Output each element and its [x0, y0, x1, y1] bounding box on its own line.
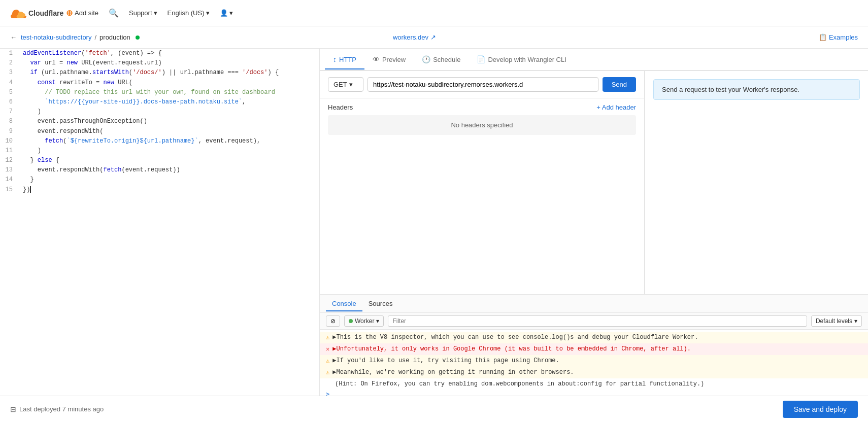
user-chevron: ▾ [229, 9, 233, 17]
status-dot [136, 36, 140, 40]
tab-bar: ↕ HTTP 👁 Preview 🕐 Schedule 📄 Develop wi… [320, 49, 868, 71]
tab-http[interactable]: ↕ HTTP [325, 50, 364, 69]
project-link[interactable]: test-notaku-subdirectory [21, 33, 91, 41]
code-line-6: 6 `https://{{your-site-uid}}.docs-base-p… [0, 97, 319, 107]
breadcrumb-sep: / [94, 33, 96, 41]
code-line-3: 3 if (url.pathname.startsWith('/docs/') … [0, 68, 319, 78]
tab-http-label: HTTP [339, 56, 356, 63]
msg-text-5: (Hint: On Firefox, you can try enabling … [335, 379, 704, 389]
levels-label: Default levels [816, 318, 852, 325]
console-msg-3: ⚠ ▶If you'd like to use it, try visiting… [320, 355, 868, 367]
info-box-panel: Send a request to test your Worker's res… [645, 71, 868, 294]
add-site-label: Add site [75, 9, 98, 17]
worker-dot [349, 319, 353, 323]
language-label: English (US) [168, 9, 205, 17]
code-table: 1 addEventListener('fetch', (event) => {… [0, 49, 319, 195]
nav-actions: ⊕ Add site 🔍 Support ▾ English (US) ▾ 👤 … [66, 8, 233, 18]
tab-schedule[interactable]: 🕐 Schedule [414, 50, 469, 69]
bottom-bar: ⊟ Last deployed 7 minutes ago Save and d… [0, 396, 868, 422]
console-clear-button[interactable]: ⊘ [326, 315, 340, 327]
code-line-14: 14 } [0, 175, 319, 185]
console-toolbar: ⊘ Worker ▾ Default levels ▾ [320, 313, 868, 330]
console-tab-console[interactable]: Console [326, 297, 362, 311]
msg-text-3: ▶If you'd like to use it, try visiting t… [332, 356, 559, 365]
user-button[interactable]: 👤 ▾ [220, 9, 233, 17]
url-input[interactable] [368, 77, 598, 92]
schedule-icon: 🕐 [422, 55, 430, 63]
add-header-button[interactable]: + Add header [596, 103, 636, 111]
no-headers-placeholder: No headers specified [328, 115, 636, 135]
levels-chevron: ▾ [854, 318, 857, 325]
tab-preview[interactable]: 👁 Preview [364, 50, 414, 69]
workers-link[interactable]: workers.dev ↗ [393, 33, 436, 41]
http-main: GET ▾ Send Headers + Add header No heade… [320, 71, 645, 294]
levels-select[interactable]: Default levels ▾ [811, 315, 862, 327]
examples-link[interactable]: 📋 Examples [819, 33, 858, 41]
support-chevron: ▾ [154, 9, 157, 17]
examples-label: Examples [829, 33, 858, 41]
method-value: GET [333, 81, 347, 88]
top-nav: Cloudflare ⊕ Add site 🔍 Support ▾ Englis… [0, 0, 868, 26]
code-line-8: 8 event.passThroughOnException() [0, 117, 319, 126]
right-panel: ↕ HTTP 👁 Preview 🕐 Schedule 📄 Develop wi… [320, 49, 868, 396]
editor-panel: 1 addEventListener('fetch', (event) => {… [0, 49, 320, 396]
wrangler-icon: 📄 [477, 55, 485, 63]
console-messages: ⚠ ▶This is the V8 inspector, which you c… [320, 330, 868, 396]
tab-wrangler[interactable]: 📄 Develop with Wrangler CLI [469, 50, 574, 69]
console-filter-input[interactable] [388, 315, 807, 327]
method-select[interactable]: GET ▾ [328, 77, 363, 92]
console-tab-sources[interactable]: Sources [362, 297, 399, 311]
user-icon: 👤 [220, 9, 228, 17]
cf-logo-svg: Cloudflare [10, 5, 66, 22]
deploy-icon: ⊟ [10, 405, 16, 413]
clear-icon: ⊘ [330, 318, 336, 325]
examples-icon: 📋 [819, 33, 827, 41]
headers-label: Headers [328, 103, 353, 111]
code-line-10: 10 fetch(`${rewriteTo.origin}${url.pathn… [0, 136, 319, 146]
headers-section: Headers + Add header No headers specifie… [320, 98, 644, 140]
info-text: Send a request to test your Worker's res… [662, 86, 799, 93]
search-button[interactable]: 🔍 [109, 8, 119, 18]
msg-text-2: ▶Unfortunately, it only works in Google … [332, 344, 691, 354]
worker-selector[interactable]: Worker ▾ [344, 315, 384, 327]
warn-icon-3: ⚠ [326, 368, 329, 377]
code-line-4: 4 const rewriteTo = new URL( [0, 78, 319, 88]
code-line-12: 12 } else { [0, 156, 319, 165]
msg-text-4: ▶Meanwhile, we're working on getting it … [332, 368, 574, 377]
warn-icon-2: ⚠ [326, 357, 329, 366]
cloudflare-logo: Cloudflare [10, 5, 66, 22]
request-row: GET ▾ Send [320, 71, 644, 98]
code-line-11: 11 ) [0, 146, 319, 156]
console-msg-2: ✕ ▶Unfortunately, it only works in Googl… [320, 343, 868, 355]
support-button[interactable]: Support ▾ [129, 9, 157, 17]
external-link-icon: ↗ [430, 33, 436, 41]
worker-label: Worker [355, 318, 374, 325]
tab-schedule-label: Schedule [433, 56, 460, 63]
save-deploy-button[interactable]: Save and deploy [783, 401, 858, 418]
warn-icon-1: ⚠ [326, 333, 329, 342]
support-label: Support [129, 9, 152, 17]
svg-text:Cloudflare: Cloudflare [28, 9, 63, 17]
lang-chevron: ▾ [206, 9, 210, 17]
console-msg-5: (Hint: On Firefox, you can try enabling … [320, 378, 868, 390]
code-line-5: 5 // TODO replace this url with your own… [0, 88, 319, 97]
method-chevron: ▾ [349, 81, 353, 88]
console-prompt[interactable]: > [320, 390, 868, 396]
upper-right: GET ▾ Send Headers + Add header No heade… [320, 71, 868, 294]
tab-preview-label: Preview [382, 56, 406, 63]
send-button[interactable]: Send [603, 77, 636, 92]
console-tabs: Console Sources [320, 295, 868, 313]
console-msg-4: ⚠ ▶Meanwhile, we're working on getting i… [320, 367, 868, 378]
code-line-1: 1 addEventListener('fetch', (event) => { [0, 49, 319, 58]
environment-label: production [99, 33, 130, 41]
preview-icon: 👁 [373, 55, 380, 63]
code-line-2: 2 var url = new URL(event.request.url) [0, 58, 319, 68]
code-line-7: 7 ) [0, 107, 319, 117]
language-button[interactable]: English (US) ▾ [168, 9, 210, 17]
code-line-9: 9 event.respondWith( [0, 127, 319, 136]
last-deployed-text: Last deployed 7 minutes ago [19, 405, 104, 413]
code-area[interactable]: 1 addEventListener('fetch', (event) => {… [0, 49, 319, 396]
back-arrow: ← [10, 33, 17, 41]
add-site-button[interactable]: ⊕ Add site [66, 8, 98, 18]
http-icon: ↕ [333, 55, 337, 63]
